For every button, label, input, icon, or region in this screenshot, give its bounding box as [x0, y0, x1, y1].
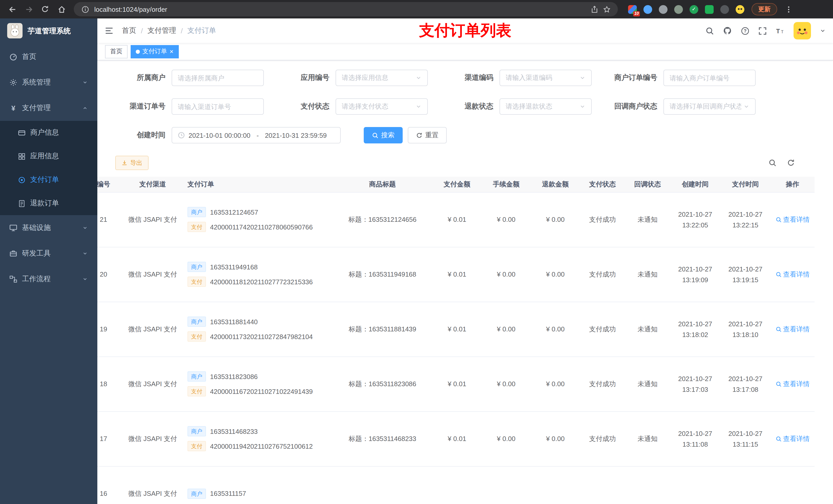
font-size-icon[interactable]: TT [776, 26, 785, 35]
pay-date: 2021-10-27 [720, 373, 770, 384]
extension-icon-colorful[interactable]: 10 [628, 5, 637, 14]
view-detail-link[interactable]: 查看详情 [776, 379, 810, 388]
cell-notify: 未通知 [625, 357, 670, 411]
tab-home[interactable]: 首页 [105, 45, 127, 58]
breadcrumb-payment[interactable]: 支付管理 [147, 26, 176, 35]
channel-code-select[interactable]: 请输入渠道编码 [499, 70, 592, 86]
help-icon[interactable]: ? [741, 26, 749, 35]
chevron-down-icon [743, 103, 749, 110]
sidebar-item-dev-tools[interactable]: 研发工具 [0, 241, 97, 266]
address-bar[interactable]: localhost:1024/pay/order [74, 2, 618, 16]
browser-update-button[interactable]: 更新 [752, 3, 777, 15]
refund-status-select[interactable]: 请选择退款状态 [499, 98, 592, 115]
breadcrumb-home[interactable]: 首页 [122, 26, 136, 35]
cell-id: 17 [97, 411, 124, 466]
pay-order-line: 支付 4200001173202110272847982104 [181, 331, 332, 342]
channel-order-no-input[interactable] [172, 98, 264, 115]
select-placeholder: 请选择应用信息 [342, 73, 413, 82]
fullscreen-icon[interactable] [758, 26, 767, 35]
sidebar-item-system[interactable]: 系统管理 [0, 70, 97, 95]
filter-pay-status: 支付状态 请选择支付状态 [279, 98, 428, 115]
pay-time: 13:11:15 [720, 439, 770, 450]
extension-icon-grey[interactable] [659, 5, 668, 14]
cell-notify: 未通知 [625, 411, 670, 466]
sidebar-item-pay-order[interactable]: 支付订单 [0, 168, 97, 192]
app-logo-row: 芋道管理系统 [0, 19, 97, 44]
extension-icon-check[interactable]: ✓ [690, 5, 698, 14]
merchant-tag: 商户 [188, 426, 206, 436]
cell-amount: ¥ 0.01 [432, 411, 481, 466]
col-refund: 退款金额 [531, 177, 580, 192]
pay-amount: ¥ 0.01 [448, 216, 466, 223]
sidebar-item-workflow[interactable]: 工作流程 [0, 266, 97, 292]
sidebar-item-payment[interactable]: ¥ 支付管理 [0, 95, 97, 121]
merchant-tag: 商户 [188, 488, 206, 499]
extension-icon-green-chat[interactable] [705, 5, 714, 14]
cell-pay-time: 2021-10-27 13:18:10 [720, 302, 770, 357]
site-info-icon[interactable] [79, 3, 91, 15]
merchant-order-no-input[interactable] [663, 70, 756, 86]
extension-icon-emoji[interactable] [736, 5, 744, 14]
check-icon: ✓ [692, 7, 696, 12]
chevron-down-icon [415, 103, 422, 110]
pay-time: 13:19:15 [720, 274, 770, 285]
search-icon[interactable] [706, 26, 714, 35]
browser-menu-icon[interactable] [781, 2, 795, 16]
extension-icon-sage[interactable] [674, 5, 683, 14]
extension-icon-pin[interactable] [720, 5, 729, 14]
merchant-order-line: 商户 1635311881440 [181, 316, 332, 327]
create-date: 2021-10-27 [670, 209, 720, 219]
github-icon[interactable] [723, 26, 732, 35]
active-tab-dot [136, 49, 140, 53]
share-icon[interactable] [588, 3, 600, 15]
view-detail-link[interactable]: 查看详情 [776, 434, 810, 443]
sidebar-item-merchant-info[interactable]: 商户信息 [0, 121, 97, 144]
tab-pay-order[interactable]: 支付订单 × [130, 45, 178, 58]
forward-icon[interactable] [22, 2, 36, 16]
product-title: 标题：1635311881439 [349, 325, 416, 333]
merchant-input[interactable] [172, 70, 264, 86]
view-detail-link[interactable]: 查看详情 [776, 270, 810, 279]
sidebar-item-refund-order[interactable]: 退款订单 [0, 192, 97, 215]
merchant-tag: 商户 [188, 262, 206, 272]
sidebar-item-home[interactable]: 首页 [0, 44, 97, 70]
cell-create-time: 2021-10-27 13:17:03 [670, 357, 720, 411]
toggle-search-icon[interactable] [768, 159, 777, 167]
cell-order: 商户 1635311823086 支付 42000011672021102710… [181, 357, 332, 411]
pay-status: 支付成功 [589, 380, 616, 387]
cell-title: 标题：1635311881439 [332, 302, 432, 357]
hamburger-icon[interactable] [104, 26, 114, 35]
order-id: 21 [100, 216, 107, 223]
sidebar-item-app-info[interactable]: 应用信息 [0, 144, 97, 168]
callback-status-select[interactable]: 请选择订单回调商户状态 [663, 98, 756, 115]
app-no-select[interactable]: 请选择应用信息 [336, 70, 428, 86]
extensions-row: 10 ✓ [628, 5, 744, 14]
view-detail-link[interactable]: 查看详情 [776, 325, 810, 334]
bookmark-star-icon[interactable] [600, 3, 613, 15]
merchant-order-line: 商户 1635312124657 [181, 207, 332, 217]
create-time-range-picker[interactable]: 2021-10-01 00:00:00 - 2021-10-31 23:59:5… [172, 127, 341, 143]
reload-icon[interactable] [38, 2, 52, 16]
notify-status: 未通知 [638, 270, 658, 278]
filter-label: 所属商户 [115, 73, 172, 82]
cell-id: 19 [97, 302, 124, 357]
app-frame: 芋道管理系统 首页 系统管理 ¥ 支付管理 商户信息 [0, 19, 833, 504]
view-detail-link[interactable]: 查看详情 [776, 215, 810, 224]
gear-icon [9, 78, 18, 87]
refresh-icon[interactable] [787, 159, 795, 167]
caret-down-icon[interactable] [820, 28, 826, 34]
close-icon[interactable]: × [170, 48, 173, 55]
extension-icon-blue[interactable] [643, 5, 652, 14]
cell-fee: ¥ 0.00 [481, 411, 531, 466]
create-time: 13:19:09 [670, 274, 720, 285]
export-button[interactable]: 导出 [115, 156, 148, 170]
avatar[interactable] [793, 22, 811, 40]
pay-status-select[interactable]: 请选择支付状态 [336, 98, 428, 115]
home-icon[interactable] [54, 2, 69, 16]
search-button[interactable]: 搜索 [364, 127, 403, 143]
sidebar: 芋道管理系统 首页 系统管理 ¥ 支付管理 商户信息 [0, 19, 97, 504]
sidebar-item-infra[interactable]: 基础设施 [0, 215, 97, 241]
reset-button[interactable]: 重置 [408, 127, 447, 143]
back-icon[interactable] [5, 2, 20, 16]
pay-status: 支付成功 [589, 325, 616, 333]
